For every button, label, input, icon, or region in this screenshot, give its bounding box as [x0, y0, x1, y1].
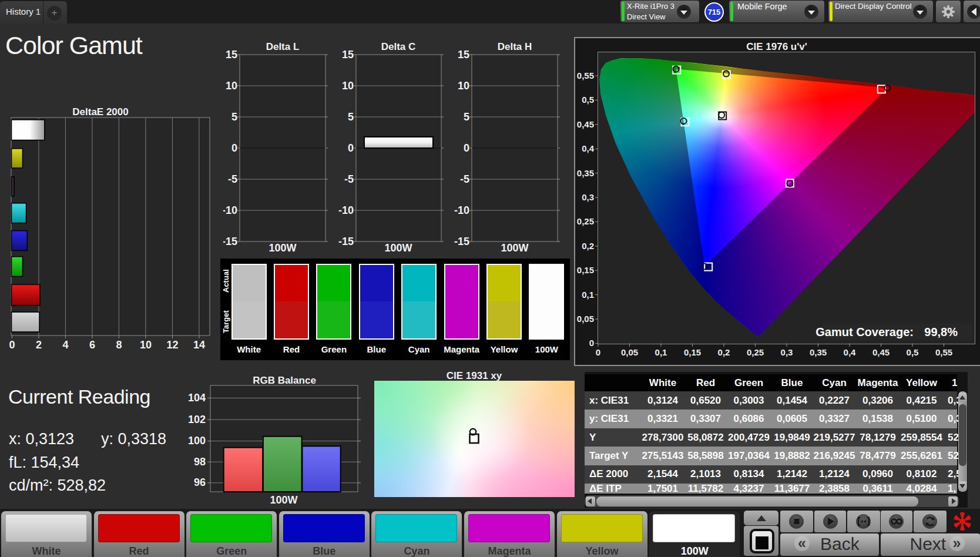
svg-text:0: 0 [589, 338, 594, 348]
svg-text:10: 10 [140, 339, 152, 351]
svg-text:0,5: 0,5 [907, 347, 919, 357]
svg-text:0: 0 [231, 142, 237, 154]
svg-text:-5: -5 [228, 173, 237, 185]
svg-text:0,25: 0,25 [747, 347, 764, 357]
svg-text:102: 102 [188, 414, 206, 425]
svg-text:15: 15 [342, 49, 354, 61]
svg-text:0,15: 0,15 [577, 265, 594, 275]
svg-text:0,15: 0,15 [684, 347, 701, 357]
svg-text:0,05: 0,05 [577, 314, 594, 324]
svg-text:100: 100 [188, 435, 206, 447]
svg-text:100W: 100W [384, 242, 412, 254]
svg-text:0,3: 0,3 [582, 192, 594, 202]
svg-text:0,45: 0,45 [872, 347, 890, 357]
svg-text:Delta L: Delta L [266, 41, 300, 52]
svg-text:10: 10 [458, 80, 469, 92]
svg-text:96: 96 [194, 477, 206, 488]
svg-text:DeltaE 2000: DeltaE 2000 [72, 106, 128, 118]
svg-text:100W: 100W [501, 242, 528, 254]
svg-text:RGB Balance: RGB Balance [253, 375, 316, 386]
svg-text:15: 15 [458, 49, 469, 61]
svg-text:10: 10 [342, 80, 354, 92]
svg-text:0,35: 0,35 [577, 168, 594, 178]
svg-text:Delta C: Delta C [381, 41, 416, 52]
svg-text:0: 0 [464, 142, 469, 154]
svg-text:0,35: 0,35 [810, 347, 827, 357]
svg-text:0,2: 0,2 [582, 241, 594, 251]
svg-text:4: 4 [62, 339, 68, 351]
svg-text:100W: 100W [269, 242, 296, 254]
svg-text:-15: -15 [223, 236, 237, 247]
svg-text:14: 14 [193, 339, 205, 351]
svg-text:15: 15 [226, 49, 237, 61]
svg-text:-15: -15 [454, 236, 469, 247]
svg-text:Delta H: Delta H [498, 41, 532, 52]
svg-text:6: 6 [89, 339, 95, 351]
svg-text:8: 8 [116, 339, 122, 351]
svg-text:0,4: 0,4 [582, 143, 595, 153]
svg-text:104: 104 [188, 392, 206, 404]
svg-text:5: 5 [464, 111, 469, 123]
svg-text:0,05: 0,05 [621, 347, 638, 357]
svg-text:0,4: 0,4 [844, 347, 857, 357]
svg-text:0,55: 0,55 [577, 71, 594, 80]
svg-text:0: 0 [348, 142, 354, 154]
svg-text:100W: 100W [270, 494, 297, 505]
svg-text:-15: -15 [338, 236, 354, 247]
svg-text:-5: -5 [344, 173, 354, 185]
svg-text:0,25: 0,25 [577, 216, 594, 226]
svg-text:-10: -10 [338, 204, 354, 216]
svg-text:10: 10 [226, 80, 237, 92]
svg-text:2: 2 [36, 339, 42, 351]
svg-text:-5: -5 [460, 173, 469, 185]
svg-text:-10: -10 [454, 204, 469, 216]
svg-text:0: 0 [9, 339, 15, 351]
svg-text:0,2: 0,2 [718, 347, 730, 357]
svg-text:98: 98 [194, 456, 206, 468]
svg-text:12: 12 [166, 339, 178, 351]
svg-text:0,1: 0,1 [655, 347, 667, 357]
svg-text:-10: -10 [223, 204, 237, 216]
svg-text:0,3: 0,3 [781, 347, 793, 357]
svg-text:5: 5 [348, 111, 354, 123]
svg-text:0,55: 0,55 [935, 347, 952, 357]
svg-text:0: 0 [596, 347, 600, 357]
svg-text:0,5: 0,5 [582, 95, 594, 105]
svg-text:0,45: 0,45 [577, 119, 594, 129]
svg-text:5: 5 [231, 111, 237, 123]
svg-text:0,1: 0,1 [582, 290, 594, 300]
